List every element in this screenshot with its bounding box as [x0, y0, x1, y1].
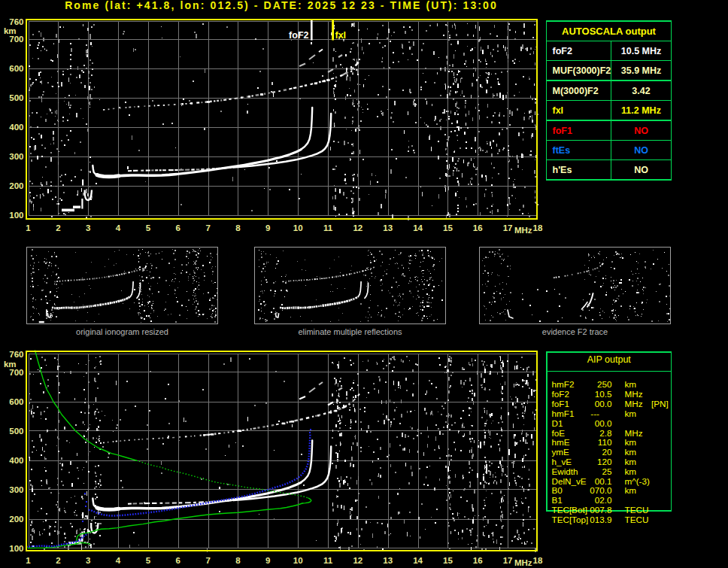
svg-text:13: 13 — [383, 223, 393, 232]
svg-text:007.8: 007.8 — [590, 505, 611, 515]
svg-text:MHz: MHz — [514, 226, 532, 235]
svg-text:AUTOSCALA output: AUTOSCALA output — [562, 26, 657, 37]
svg-text:14: 14 — [413, 556, 423, 565]
svg-text:02.0: 02.0 — [595, 495, 612, 505]
svg-text:4: 4 — [116, 556, 121, 565]
svg-text:NO: NO — [634, 165, 648, 175]
svg-text:11: 11 — [323, 556, 333, 565]
svg-text:DelN_vE: DelN_vE — [552, 476, 587, 486]
svg-text:MHz: MHz — [625, 399, 643, 409]
svg-text:5: 5 — [146, 223, 151, 232]
svg-text:10: 10 — [293, 223, 303, 232]
svg-text:16: 16 — [473, 223, 483, 232]
svg-text:2.8: 2.8 — [599, 428, 611, 438]
svg-text:17: 17 — [503, 556, 513, 565]
svg-text:TECU: TECU — [625, 505, 649, 515]
svg-text:MUF(3000)F2: MUF(3000)F2 — [553, 65, 611, 76]
svg-text:foF2: foF2 — [289, 30, 308, 41]
svg-text:6: 6 — [176, 556, 180, 565]
svg-text:TEC[Bot]: TEC[Bot] — [552, 505, 587, 515]
svg-text:foF1: foF1 — [553, 126, 572, 136]
svg-text:18: 18 — [533, 556, 543, 565]
svg-text:00.0: 00.0 — [595, 418, 612, 428]
svg-text:110: 110 — [598, 437, 612, 447]
svg-text:foF1: foF1 — [552, 399, 569, 409]
svg-text:km: km — [625, 437, 637, 447]
svg-text:km: km — [625, 379, 637, 389]
svg-text:600: 600 — [9, 64, 23, 73]
svg-text:200: 200 — [9, 515, 23, 524]
svg-text:ftEs: ftEs — [553, 145, 571, 156]
svg-text:18: 18 — [533, 223, 543, 232]
svg-text:16: 16 — [473, 556, 483, 565]
svg-text:700: 700 — [9, 368, 23, 377]
svg-text:m^(-3): m^(-3) — [625, 476, 651, 486]
svg-text:h'Es: h'Es — [553, 165, 572, 175]
svg-text:11.2 MHz: 11.2 MHz — [621, 105, 661, 116]
svg-text:B1: B1 — [552, 495, 563, 505]
svg-text:1: 1 — [26, 556, 31, 565]
svg-text:foF2: foF2 — [552, 389, 569, 399]
svg-text:100: 100 — [9, 211, 23, 220]
svg-text:8: 8 — [235, 556, 241, 565]
svg-text:4: 4 — [116, 223, 121, 232]
svg-text:h_vE: h_vE — [552, 457, 572, 466]
svg-text:Ewidth: Ewidth — [552, 466, 578, 476]
svg-text:600: 600 — [9, 397, 23, 406]
svg-text:100: 100 — [9, 544, 23, 553]
svg-text:200: 200 — [9, 181, 23, 190]
svg-text:5: 5 — [146, 556, 151, 565]
svg-text:10.5 MHz: 10.5 MHz — [621, 46, 662, 56]
svg-text:MHz: MHz — [625, 389, 643, 399]
svg-text:MHz: MHz — [625, 428, 643, 438]
svg-text:10: 10 — [293, 556, 303, 565]
svg-text:[PN]: [PN] — [651, 399, 669, 409]
svg-text:original ionogram resized: original ionogram resized — [76, 327, 168, 336]
svg-text:25: 25 — [602, 466, 612, 476]
svg-text:250: 250 — [597, 379, 612, 389]
svg-text:12: 12 — [353, 223, 362, 232]
svg-text:NO: NO — [634, 126, 648, 136]
svg-text:km: km — [625, 485, 637, 495]
svg-text:400: 400 — [9, 123, 23, 132]
svg-text:013.9: 013.9 — [590, 515, 611, 524]
svg-text:35.9 MHz: 35.9 MHz — [621, 65, 662, 76]
svg-text:3.42: 3.42 — [632, 86, 650, 96]
svg-text:15: 15 — [443, 556, 453, 565]
svg-text:14: 14 — [413, 223, 423, 232]
svg-text:MHz: MHz — [514, 558, 532, 567]
svg-text:11: 11 — [323, 223, 333, 232]
svg-text:15: 15 — [443, 223, 453, 232]
svg-text:2: 2 — [56, 556, 60, 565]
svg-text:00.0: 00.0 — [595, 399, 612, 409]
svg-text:evidence F2 trace: evidence F2 trace — [542, 327, 608, 336]
svg-text:700: 700 — [9, 35, 23, 44]
svg-text:300: 300 — [9, 485, 23, 494]
svg-text:TEC[Top]: TEC[Top] — [552, 515, 589, 524]
svg-text:9: 9 — [265, 223, 270, 232]
svg-text:070.0: 070.0 — [590, 485, 612, 495]
svg-text:7: 7 — [205, 556, 210, 565]
svg-text:hmF1: hmF1 — [552, 409, 575, 418]
svg-text:00.1: 00.1 — [595, 476, 612, 486]
svg-text:hmF2: hmF2 — [552, 379, 575, 389]
svg-text:NO: NO — [634, 145, 648, 156]
svg-text:500: 500 — [9, 93, 23, 102]
svg-text:km: km — [625, 409, 637, 418]
svg-text:D1: D1 — [552, 418, 563, 428]
svg-text:eliminate multiple reflections: eliminate multiple reflections — [298, 327, 402, 336]
svg-text:300: 300 — [9, 152, 23, 161]
svg-text:6: 6 — [176, 223, 180, 232]
svg-text:foE: foE — [552, 428, 566, 438]
svg-text:km: km — [625, 457, 637, 466]
svg-text:fxI: fxI — [553, 105, 564, 116]
svg-text:TECU: TECU — [625, 515, 649, 524]
svg-text:7: 7 — [205, 223, 210, 232]
svg-text:20: 20 — [602, 447, 612, 457]
svg-text:9: 9 — [265, 556, 270, 565]
svg-text:13: 13 — [383, 556, 393, 565]
svg-text:Rome (lat: +41.8, lon: 012.5): Rome (lat: +41.8, lon: 012.5) - DATE: 20… — [65, 0, 498, 11]
svg-text:2: 2 — [56, 223, 60, 232]
svg-text:ymE: ymE — [552, 447, 570, 457]
svg-text:760: 760 — [9, 350, 23, 359]
